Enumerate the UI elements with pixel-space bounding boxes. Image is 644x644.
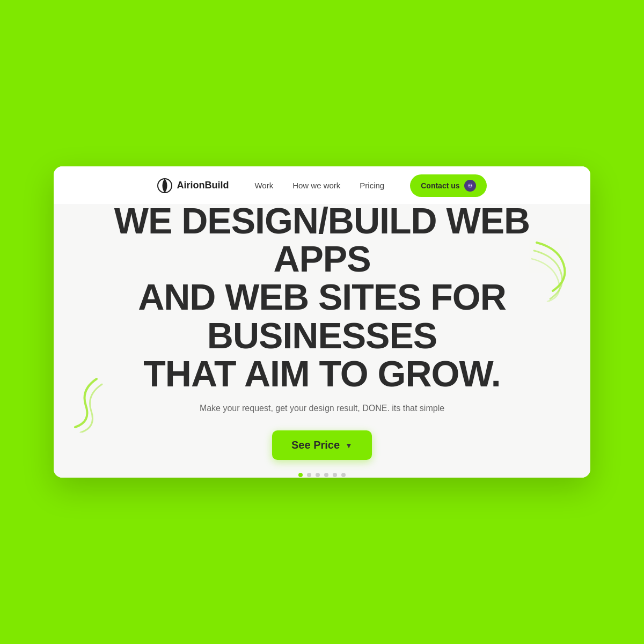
- contact-button-icon: [464, 180, 476, 192]
- dot-5[interactable]: [333, 473, 337, 477]
- contact-button-label: Contact us: [421, 181, 459, 190]
- dot-1[interactable]: [298, 473, 303, 477]
- dot-6[interactable]: [341, 473, 346, 477]
- nav-link-work[interactable]: Work: [254, 181, 273, 190]
- dot-4[interactable]: [324, 473, 328, 477]
- see-price-button[interactable]: See Price ▼: [272, 430, 372, 460]
- svg-point-1: [467, 183, 473, 188]
- hero-title-line2: AND WEB SITES FOR BUSINESSES: [138, 276, 506, 355]
- dot-2[interactable]: [307, 473, 311, 477]
- hero-section: WE DESIGN/BUILD WEB APPS AND WEB SITES F…: [54, 205, 590, 478]
- see-price-label: See Price: [291, 439, 340, 451]
- navbar: AirionBuild Work How we work Pricing Con…: [54, 166, 590, 205]
- svg-point-3: [470, 184, 471, 185]
- logo[interactable]: AirionBuild: [157, 178, 229, 193]
- logo-icon: [157, 178, 172, 193]
- logo-text: AirionBuild: [177, 180, 229, 191]
- nav-link-pricing[interactable]: Pricing: [360, 181, 384, 190]
- nav-link-how-we-work[interactable]: How we work: [292, 181, 340, 190]
- svg-point-2: [468, 184, 469, 185]
- dot-3[interactable]: [316, 473, 320, 477]
- hero-title-line1: WE DESIGN/BUILD WEB APPS: [114, 205, 530, 279]
- hero-subtitle: Make your request, get your design resul…: [200, 404, 444, 413]
- contact-button[interactable]: Contact us: [410, 174, 486, 197]
- dots-row: [298, 473, 346, 477]
- browser-window: AirionBuild Work How we work Pricing Con…: [54, 166, 590, 478]
- dropdown-arrow-icon: ▼: [345, 441, 353, 450]
- hero-title-line3: THAT AIM TO GROW.: [143, 353, 500, 394]
- nav-links: Work How we work Pricing: [254, 181, 384, 190]
- dots-container: 1 SPOT LEFT FOR THIS MONTH: [270, 473, 373, 478]
- hero-title: WE DESIGN/BUILD WEB APPS AND WEB SITES F…: [86, 205, 558, 393]
